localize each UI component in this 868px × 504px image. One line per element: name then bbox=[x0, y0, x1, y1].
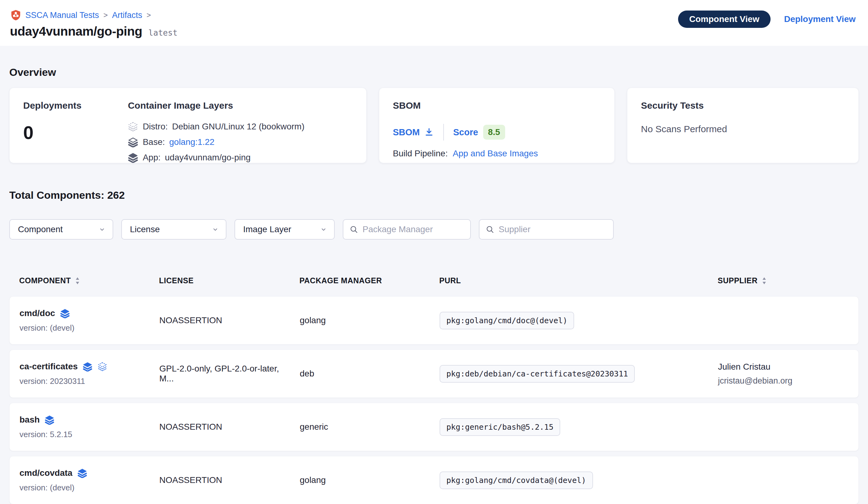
package-manager-search-input[interactable] bbox=[363, 224, 464, 234]
supplier-name: Julien Cristau bbox=[718, 362, 858, 372]
deployments-block: Deployments 0 bbox=[23, 100, 81, 150]
table-row: cmd/covdata version: (devel) NOASSERTION… bbox=[9, 456, 859, 504]
overview-heading: Overview bbox=[9, 46, 859, 78]
package-manager-cell: generic bbox=[300, 422, 440, 432]
purl-chip: pkg:deb/debian/ca-certificates@20230311 bbox=[440, 365, 635, 383]
security-tests-card: Security Tests No Scans Performed bbox=[627, 88, 859, 163]
purl-chip: pkg:golang/cmd/covdata@(devel) bbox=[440, 472, 593, 489]
security-tests-status: No Scans Performed bbox=[641, 124, 845, 134]
license-cell: GPL-2.0-only, GPL-2.0-or-later, M... bbox=[159, 364, 300, 384]
image-layer-filter-dropdown[interactable]: Image Layer bbox=[235, 219, 335, 240]
layer-value: Debian GNU/Linux 12 (bookworm) bbox=[172, 122, 304, 132]
breadcrumb-separator: > bbox=[146, 11, 152, 20]
breadcrumb-project-link[interactable]: SSCA Manual Tests bbox=[25, 11, 99, 20]
sort-icon[interactable] bbox=[75, 277, 80, 284]
image-layers-block: Container Image Layers Distro: Debian GN… bbox=[128, 100, 304, 150]
package-manager-cell: deb bbox=[300, 369, 440, 379]
component-table-body: cmd/doc version: (devel) NOASSERTION gol… bbox=[9, 296, 859, 504]
table-row: bash version: 5.2.15 NOASSERTION generic… bbox=[9, 403, 859, 451]
layer-row-app: App: uday4vunnam/go-ping bbox=[128, 152, 304, 163]
layer-row-distro: Distro: Debian GNU/Linux 12 (bookworm) bbox=[128, 121, 304, 132]
dropdown-label: Image Layer bbox=[243, 224, 291, 234]
image-layers-label: Container Image Layers bbox=[128, 100, 304, 111]
column-header-purl: PURL bbox=[439, 276, 718, 285]
build-pipeline-label: Build Pipeline: bbox=[393, 149, 448, 159]
sbom-card: SBOM SBOM Score 8.5 Build Pipeline: App … bbox=[379, 88, 614, 163]
sort-icon[interactable] bbox=[762, 277, 766, 284]
total-components-heading: Total Components: 262 bbox=[9, 189, 859, 201]
sbom-card-title: SBOM bbox=[393, 100, 601, 111]
main-content: Overview Deployments 0 Container Image L… bbox=[0, 46, 868, 504]
column-label: LICENSE bbox=[159, 276, 194, 285]
sbom-download-label: SBOM bbox=[393, 127, 420, 138]
package-manager-search bbox=[343, 219, 471, 240]
chevron-down-icon bbox=[99, 226, 106, 233]
layers-filled-icon bbox=[78, 468, 87, 478]
column-header-component: COMPONENT bbox=[19, 276, 159, 285]
component-view-button[interactable]: Component View bbox=[678, 11, 771, 28]
license-cell: NOASSERTION bbox=[159, 315, 300, 325]
component-version: version: 20230311 bbox=[20, 376, 159, 386]
supplier-search-input[interactable] bbox=[499, 224, 607, 234]
supplier-cell: Julien Cristau jcristau@debian.org bbox=[718, 362, 858, 386]
purl-chip: pkg:generic/bash@5.2.15 bbox=[440, 418, 560, 436]
component-version: version: (devel) bbox=[20, 483, 159, 493]
component-filter-dropdown[interactable]: Component bbox=[9, 219, 113, 240]
component-name: bash bbox=[20, 415, 40, 425]
base-image-link[interactable]: golang:1.22 bbox=[169, 137, 214, 147]
component-version: version: (devel) bbox=[20, 323, 159, 333]
artifact-tag: latest bbox=[148, 28, 177, 38]
score-label: Score bbox=[453, 127, 478, 138]
column-header-supplier: SUPPLIER bbox=[718, 276, 859, 285]
layers-dashed-icon bbox=[128, 121, 138, 132]
layer-label: App: bbox=[143, 153, 161, 162]
overview-cards: Deployments 0 Container Image Layers Dis… bbox=[9, 88, 859, 163]
ssca-shield-icon bbox=[10, 9, 22, 21]
divider bbox=[443, 124, 444, 141]
deployment-view-button[interactable]: Deployment View bbox=[784, 14, 856, 24]
supplier-search bbox=[479, 219, 614, 240]
license-cell: NOASSERTION bbox=[159, 475, 300, 485]
component-name: cmd/covdata bbox=[20, 468, 72, 478]
package-manager-cell: golang bbox=[300, 315, 440, 325]
security-tests-title: Security Tests bbox=[641, 100, 845, 111]
filter-bar: Component License Image Layer bbox=[9, 219, 859, 240]
breadcrumb-separator: > bbox=[103, 11, 108, 20]
build-pipeline-link[interactable]: App and Base Images bbox=[453, 149, 538, 159]
view-toggle: Component View Deployment View bbox=[678, 11, 856, 28]
deployments-label: Deployments bbox=[23, 100, 81, 111]
column-label: COMPONENT bbox=[19, 276, 71, 285]
layers-dashed-icon bbox=[97, 362, 107, 372]
license-filter-dropdown[interactable]: License bbox=[121, 219, 226, 240]
column-header-package-manager: PACKAGE MANAGER bbox=[299, 276, 439, 285]
layers-filled-icon bbox=[83, 362, 93, 372]
chevron-down-icon bbox=[320, 226, 327, 233]
column-label: PURL bbox=[439, 276, 461, 285]
table-header: COMPONENT LICENSE PACKAGE MANAGER PURL S… bbox=[9, 276, 859, 285]
license-cell: NOASSERTION bbox=[159, 422, 300, 432]
layer-value: uday4vunnam/go-ping bbox=[165, 153, 250, 162]
layer-row-base: Base: golang:1.22 bbox=[128, 137, 304, 147]
top-bar: SSCA Manual Tests > Artifacts > uday4vun… bbox=[0, 0, 868, 46]
dropdown-label: License bbox=[130, 224, 160, 234]
breadcrumb-artifacts-link[interactable]: Artifacts bbox=[112, 11, 142, 20]
deployments-count: 0 bbox=[23, 122, 81, 143]
component-name: cmd/doc bbox=[20, 308, 55, 318]
search-icon bbox=[486, 225, 494, 234]
column-label: PACKAGE MANAGER bbox=[299, 276, 382, 285]
dropdown-label: Component bbox=[18, 224, 63, 234]
layers-filled-icon bbox=[60, 308, 70, 318]
table-row: ca-certificates version: 20230311 GPL-2.… bbox=[9, 350, 859, 398]
supplier-email: jcristau@debian.org bbox=[718, 376, 858, 386]
deployments-layers-card: Deployments 0 Container Image Layers Dis… bbox=[9, 88, 366, 163]
layers-half-icon bbox=[128, 137, 138, 147]
sbom-download-link[interactable]: SBOM bbox=[393, 127, 434, 138]
layers-filled-icon bbox=[128, 152, 138, 163]
layer-label: Base: bbox=[143, 137, 165, 147]
search-icon bbox=[350, 225, 358, 234]
column-header-license: LICENSE bbox=[159, 276, 299, 285]
download-icon[interactable] bbox=[424, 127, 434, 137]
purl-chip: pkg:golang/cmd/doc@(devel) bbox=[440, 312, 574, 330]
package-manager-cell: golang bbox=[300, 475, 440, 485]
page-title: uday4vunnam/go-ping bbox=[10, 24, 142, 39]
